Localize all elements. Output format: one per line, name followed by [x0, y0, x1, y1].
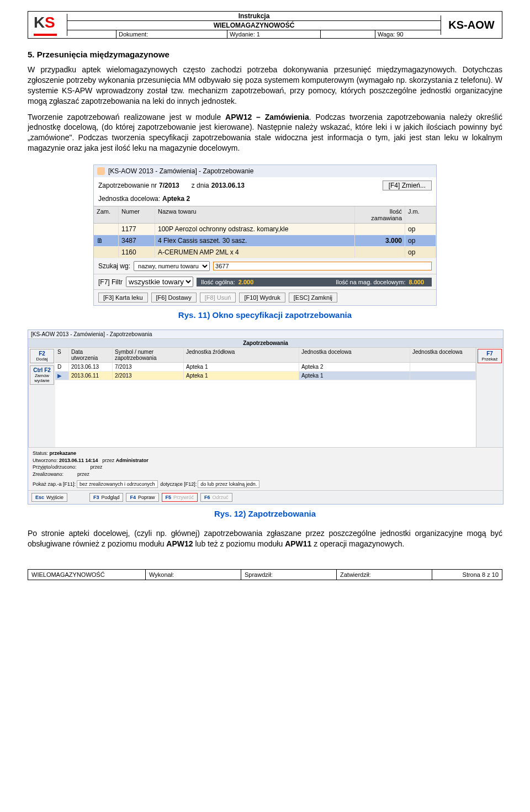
table-row[interactable]: ▶ 2013.06.11 2/2013 Apteka 1 Apteka 1	[55, 371, 476, 380]
table-row[interactable]: 1177 100P Aerozol ochronny odstrasz. kom…	[94, 224, 436, 235]
przywroc-button: F5Przywróć	[162, 493, 198, 502]
logo-cell: KS	[28, 14, 67, 36]
figure-1-caption: Rys. 11) Okno specyfikacji zapotrzebowan…	[28, 310, 502, 320]
wyjscie-button[interactable]: EscWyjście	[31, 493, 67, 502]
fig2-status-panel: Status: przekazane Utworzono: 2013.06.11…	[28, 447, 503, 490]
ks-logo: KS	[34, 14, 61, 36]
fig2-bottom-bar: EscWyjście F3Podgląd F4Popraw F5Przywróć…	[28, 490, 503, 504]
fig2-grid: S Data utworzenia Symbol / numer zapotrz…	[55, 348, 476, 447]
fig1-button-bar: [F3] Karta leku [F6] Dostawy [F8] Usuń […	[94, 289, 436, 305]
fig2-grid-header: S Data utworzenia Symbol / numer zapotrz…	[55, 348, 476, 363]
fig1-header-panel: Zapotrzebowanie nr 7/2013 z dnia 2013.06…	[94, 177, 436, 206]
search-by-select[interactable]: nazwy, numeru towaru	[134, 261, 210, 271]
fig1-grid-header: Zam. Numer Nazwa towaru Ilość zamawiana …	[94, 206, 436, 224]
karta-leku-button[interactable]: [F3] Karta leku	[98, 293, 148, 302]
fig1-titlebar: [KS-AOW 2013 - Zamówienia] - Zapotrzebow…	[94, 165, 436, 177]
app-icon	[97, 167, 105, 175]
header-title2: WIELOMAGAZYNOWOŚĆ	[67, 21, 441, 30]
left-sidebar: F2Dodaj Ctrl F2Zamów wydane	[28, 348, 55, 447]
zamknij-button[interactable]: [ESC] Zamknij	[289, 293, 337, 302]
table-row[interactable]: 1160 A-CERUMEN AMP 2ML x 4 op	[94, 247, 436, 258]
table-row[interactable]: 🗎 3487 4 Flex Cassis saszet. 30 sasz. 3.…	[94, 235, 436, 247]
fig2-header: Zapotrzebowania	[28, 338, 503, 348]
stat-bar: Ilość ogólna:2.000 Ilość na mag. docelow…	[197, 278, 432, 286]
footer-page: Strona 8 z 10	[432, 570, 502, 580]
fig2-titlebar: [KS-AOW 2013 - Zamówienia] - Zapotrzebow…	[28, 330, 503, 338]
fig1-window: [KS-AOW 2013 - Zamówienia] - Zapotrzebow…	[93, 164, 437, 306]
header-title1: Instrukcja	[67, 12, 441, 21]
dostawy-button[interactable]: [F6] Dostawy	[151, 293, 197, 302]
usun-button: [F8] Usuń	[200, 293, 236, 302]
fig1-filter-bar: [F7] Filtr wszystkie towary Ilość ogólna…	[94, 274, 436, 289]
filter-2-select[interactable]: do lub przez lokalną jedn.	[198, 480, 259, 489]
fig1-search-bar: Szukaj wg: nazwy, numeru towaru	[94, 258, 436, 274]
footer-col3: Sprawdził:	[241, 570, 337, 580]
paragraph-3: Po stronie apteki docelowej, (czyli np. …	[28, 528, 502, 549]
paragraph-2: Tworzenie zapotrzebowań realizowane jest…	[28, 112, 502, 154]
filter-select[interactable]: wszystkie towary	[126, 277, 193, 287]
header-mid: Instrukcja WIELOMAGAZYNOWOŚĆ Dokument: W…	[67, 12, 441, 38]
table-row[interactable]: D 2013.06.13 7/2013 Apteka 1 Apteka 2	[55, 363, 476, 371]
footer-col2: Wykonał:	[146, 570, 241, 580]
fig2-window: [KS-AOW 2013 - Zamówienia] - Zapotrzebow…	[28, 330, 504, 505]
zamow-wydane-button[interactable]: Ctrl F2Zamów wydane	[30, 365, 54, 385]
dokument-label: Dokument:	[116, 30, 227, 38]
footer-col1: WIELOMAGAZYNOWOŚĆ	[28, 570, 146, 580]
footer-col4: Zatwierdził:	[337, 570, 432, 580]
filter-1-select[interactable]: bez zrealizowanych i odrzuconych	[77, 480, 158, 489]
brand-label: KS-AOW	[441, 15, 502, 35]
odrzuc-button: F6Odrzuć	[200, 493, 232, 502]
popraw-button[interactable]: F4Popraw	[126, 493, 158, 502]
przekaz-button[interactable]: F7Przekaż	[478, 349, 502, 363]
dodaj-button[interactable]: F2Dodaj	[30, 349, 54, 363]
podglad-button[interactable]: F3Podgląd	[89, 493, 124, 502]
doc-header: KS Instrukcja WIELOMAGAZYNOWOŚĆ Dokument…	[28, 11, 502, 39]
section-title: 5. Przesunięcia międzymagazynowe	[28, 50, 502, 59]
search-input[interactable]	[213, 262, 432, 270]
wydruk-button[interactable]: [F10] Wydruk	[239, 293, 285, 302]
figure-2-caption: Rys. 12) Zapotrzebowania	[28, 509, 502, 518]
wydanie-label: Wydanie: 1	[227, 30, 321, 38]
right-sidebar: F7Przekaż	[476, 348, 503, 447]
doc-footer: WIELOMAGAZYNOWOŚĆ Wykonał: Sprawdził: Za…	[28, 569, 502, 580]
paragraph-1: W przypadku aptek wielomagazynowych częs…	[28, 65, 502, 107]
waga-label: Waga: 90	[375, 30, 441, 38]
change-button[interactable]: [F4] Zmień...	[383, 181, 432, 190]
